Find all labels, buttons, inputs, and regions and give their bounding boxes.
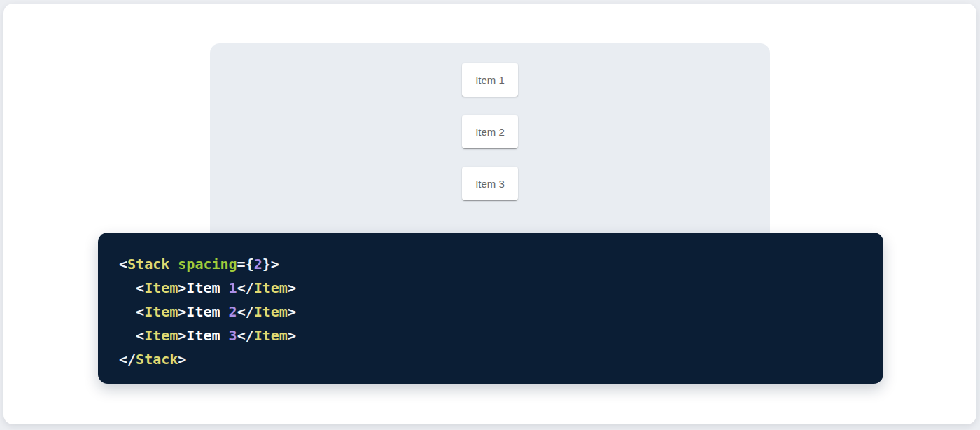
code-token	[119, 279, 136, 296]
code-line: </Stack>	[119, 347, 862, 371]
code-token: </	[237, 303, 254, 320]
code-token: Item	[186, 279, 228, 296]
code-token: >	[178, 327, 186, 344]
code-token: 2	[254, 256, 262, 272]
code-token: 2	[229, 303, 237, 320]
code-token: >	[178, 303, 186, 320]
stack-container: Item 1 Item 2 Item 3	[210, 43, 770, 200]
stack-item-1-label: Item 1	[475, 74, 505, 86]
code-token	[119, 327, 136, 344]
code-token: <	[136, 279, 144, 296]
code-block: <Stack spacing={2}> <Item>Item 1</Item> …	[98, 233, 883, 384]
code-token	[119, 303, 136, 320]
code-token: Item	[186, 303, 228, 320]
code-token: Item	[144, 279, 178, 296]
code-token: 1	[229, 279, 237, 296]
code-token: >	[288, 327, 296, 344]
code-token: ={	[237, 256, 254, 272]
stack-item-1: Item 1	[462, 63, 518, 97]
stack-item-3: Item 3	[462, 167, 518, 200]
code-token: Item	[186, 327, 228, 344]
code-token: Item	[144, 327, 178, 344]
page-card: Item 1 Item 2 Item 3 <Stack spacing={2}>…	[4, 4, 976, 424]
code-token: spacing	[178, 256, 237, 272]
code-token: Item	[254, 279, 288, 296]
code-token: Stack	[136, 351, 178, 368]
code-line: <Stack spacing={2}>	[119, 252, 862, 276]
code-token	[169, 256, 178, 272]
code-token: </	[237, 327, 254, 344]
code-content: <Stack spacing={2}> <Item>Item 1</Item> …	[119, 252, 862, 371]
code-token: </	[237, 279, 254, 296]
code-token: </	[119, 351, 136, 368]
code-token: <	[119, 256, 127, 272]
stack-item-2: Item 2	[462, 115, 518, 148]
code-token: >	[178, 279, 186, 296]
code-token: >	[288, 303, 296, 320]
code-token: <	[136, 303, 144, 320]
code-token: Stack	[127, 256, 169, 272]
code-line: <Item>Item 1</Item>	[119, 276, 862, 300]
stack-item-3-label: Item 3	[475, 178, 505, 190]
code-line: <Item>Item 2</Item>	[119, 300, 862, 324]
code-token: Item	[254, 303, 288, 320]
code-line: <Item>Item 3</Item>	[119, 324, 862, 347]
stack-item-2-label: Item 2	[475, 126, 505, 138]
code-token: Item	[144, 303, 178, 320]
code-token: >	[288, 279, 296, 296]
code-token: Item	[254, 327, 288, 344]
code-token: >	[178, 351, 186, 368]
code-token: 3	[229, 327, 237, 344]
code-token: <	[136, 327, 144, 344]
code-token: }>	[262, 256, 279, 272]
